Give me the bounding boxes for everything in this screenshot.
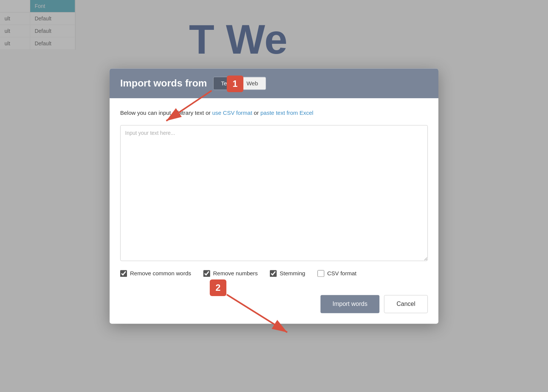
modal-header: Import words from Text Web (110, 68, 438, 98)
text-input-area[interactable] (120, 125, 428, 261)
cb-remove-numbers-label: Remove numbers (213, 270, 258, 276)
checkbox-stemming[interactable]: Stemming (270, 270, 305, 277)
cb-csv-format[interactable] (317, 270, 324, 277)
cb-remove-common-words-label: Remove common words (130, 270, 191, 276)
cb-remove-common-words[interactable] (120, 270, 127, 277)
import-words-modal: Import words from Text Web Below you can… (110, 68, 438, 324)
checkbox-csv-format[interactable]: CSV format (317, 270, 357, 277)
paste-excel-link[interactable]: paste text from Excel (260, 110, 313, 116)
source-tab-group: Text Web (213, 77, 266, 90)
cb-csv-format-label: CSV format (327, 270, 357, 276)
checkbox-remove-numbers[interactable]: Remove numbers (203, 270, 258, 277)
cb-remove-numbers[interactable] (203, 270, 210, 277)
tab-web[interactable]: Web (239, 77, 266, 90)
cb-stemming[interactable] (270, 270, 277, 277)
import-words-button[interactable]: Import words (320, 295, 379, 313)
csv-format-link[interactable]: use CSV format (212, 110, 252, 116)
desc-prefix: Below you can input arbitrary text or (120, 110, 212, 116)
description-text: Below you can input arbitrary text or us… (120, 109, 428, 117)
desc-middle: or (252, 110, 260, 116)
modal-footer: Import words Cancel (110, 295, 438, 324)
modal-title: Import words from (120, 77, 207, 89)
modal-body: Below you can input arbitrary text or us… (110, 98, 438, 295)
tab-text[interactable]: Text (214, 77, 239, 90)
text-area-wrapper (120, 125, 428, 262)
cb-stemming-label: Stemming (280, 270, 305, 276)
cancel-button[interactable]: Cancel (384, 295, 428, 313)
checkbox-remove-common-words[interactable]: Remove common words (120, 270, 191, 277)
checkboxes-row: Remove common words Remove numbers Stemm… (120, 270, 428, 277)
